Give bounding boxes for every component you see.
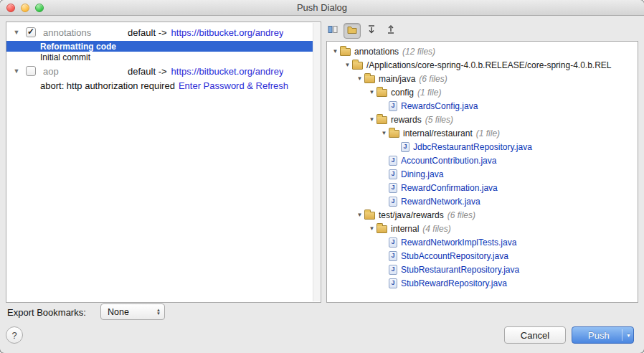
tree-row-file[interactable]: J StubRewardRepository.java — [327, 276, 638, 290]
push-button[interactable]: Push ▼ — [572, 326, 634, 344]
chevron-down-icon[interactable]: ▼ — [379, 130, 389, 136]
chevron-down-icon[interactable]: ▼ — [367, 116, 377, 123]
java-file-icon: J — [389, 183, 397, 193]
folder-icon — [352, 62, 363, 70]
tree-row-folder[interactable]: ▼ test/java/rewards (6 files) — [327, 208, 638, 222]
chevron-down-icon[interactable]: ▼ — [367, 225, 377, 232]
file-count: (6 files) — [419, 74, 447, 84]
tree-row-file[interactable]: J JdbcRestaurantRepository.java — [327, 140, 638, 154]
commit-message: Initial commit — [40, 52, 90, 62]
close-button[interactable] — [6, 4, 15, 12]
group-by-directory-button[interactable] — [344, 23, 361, 39]
folder-name: main/java — [379, 74, 415, 84]
repo-row-aop[interactable]: ▼ aop default -> https://bitbucket.org/a… — [6, 62, 321, 80]
collapse-all-icon — [385, 24, 397, 38]
remote-url-link[interactable]: https://bitbucket.org/andrey — [171, 27, 284, 38]
tree-row-file[interactable]: J RewardNetworkImplTests.java — [327, 235, 638, 249]
group-by-directory-icon — [346, 24, 358, 38]
folder-name: /Applications/core-spring-4.0.b.RELEASE/… — [366, 60, 612, 70]
chevron-down-icon[interactable]: ▼ — [355, 75, 364, 82]
java-file-icon: J — [389, 169, 397, 179]
folder-name: config — [391, 88, 414, 98]
repo-name: aop — [43, 66, 128, 77]
java-file-icon: J — [389, 156, 397, 166]
error-text: abort: http authorization required — [40, 80, 175, 91]
file-name: RewardsConfig.java — [401, 101, 478, 111]
folder-name: test/java/rewards — [379, 210, 444, 220]
show-diff-icon — [327, 24, 338, 38]
file-name: StubRewardRepository.java — [401, 278, 507, 288]
tree-row-file[interactable]: J AccountContribution.java — [327, 154, 638, 167]
push-button-label: Push — [588, 330, 610, 341]
chevron-down-icon[interactable]: ▼ — [11, 29, 22, 36]
file-name: JdbcRestaurantRepository.java — [413, 142, 532, 152]
show-diff-button[interactable] — [324, 23, 341, 39]
expand-all-icon — [366, 24, 377, 38]
traffic-lights — [6, 4, 44, 12]
file-name: StubAccountRepository.java — [401, 251, 508, 261]
file-tree-toolbar — [324, 22, 399, 40]
file-name: AccountContribution.java — [401, 156, 496, 166]
chevron-down-icon[interactable]: ▼ — [367, 89, 377, 95]
file-count: (1 file) — [417, 88, 441, 98]
file-count: (12 files) — [402, 47, 435, 57]
export-bookmarks-value: None — [108, 307, 156, 317]
folder-name: annotations — [354, 47, 399, 57]
check-icon: ✓ — [27, 27, 34, 36]
tree-row-file[interactable]: J Dining.java — [327, 167, 638, 181]
tree-row-file[interactable]: J StubAccountRepository.java — [327, 249, 638, 263]
chevron-down-icon[interactable]: ▼ — [355, 212, 364, 218]
titlebar[interactable]: Push Dialog — [0, 0, 644, 16]
file-tree-panel: ▼ annotations (12 files) ▼ /Applications… — [326, 41, 638, 303]
minimize-button[interactable] — [21, 4, 29, 12]
chevron-down-icon[interactable]: ▼ — [343, 62, 352, 68]
folder-icon — [364, 212, 375, 220]
repo-checkbox-aop[interactable] — [26, 66, 36, 76]
file-name: RewardNetworkImplTests.java — [401, 237, 516, 248]
chevron-down-icon[interactable]: ▼ — [331, 48, 340, 55]
branch-text: default -> — [128, 27, 167, 38]
java-file-icon: J — [389, 237, 397, 248]
cancel-button[interactable]: Cancel — [504, 326, 566, 344]
expand-all-button[interactable] — [363, 23, 380, 39]
export-bookmarks-select[interactable]: None ▲ ▼ — [100, 303, 165, 320]
tree-row-folder[interactable]: ▼ internal (4 files) — [327, 222, 638, 235]
commit-row[interactable]: Initial commit — [6, 52, 313, 62]
commit-message: Reformatting code — [40, 42, 116, 52]
export-bookmarks-label: Export Bookmarks: — [7, 304, 86, 321]
folder-name: rewards — [391, 115, 422, 125]
tree-row-file[interactable]: J RewardNetwork.java — [327, 194, 638, 208]
branch-text: default -> — [128, 66, 167, 77]
remote-url-link[interactable]: https://bitbucket.org/andrey — [171, 66, 284, 77]
tree-row-folder[interactable]: ▼ main/java (6 files) — [327, 72, 638, 85]
tree-row-folder[interactable]: ▼ internal/restaurant (1 file) — [327, 126, 638, 140]
java-file-icon: J — [389, 265, 397, 275]
tree-row-file[interactable]: J RewardConfirmation.java — [327, 181, 638, 194]
file-name: Dining.java — [401, 169, 443, 179]
stepper-icon: ▲ ▼ — [156, 309, 161, 316]
folder-icon — [340, 48, 351, 56]
collapse-all-button[interactable] — [382, 23, 399, 39]
file-count: (1 file) — [476, 128, 500, 138]
tree-row-folder[interactable]: ▼ annotations (12 files) — [327, 44, 638, 58]
java-file-icon: J — [389, 251, 397, 261]
help-button[interactable]: ? — [6, 326, 23, 344]
tree-row-folder[interactable]: ▼ /Applications/core-spring-4.0.b.RELEAS… — [327, 58, 638, 72]
repo-row-annotations[interactable]: ▼ ✓ annotations default -> https://bitbu… — [6, 24, 321, 41]
file-count: (5 files) — [425, 115, 453, 125]
repo-checkbox-annotations[interactable]: ✓ — [26, 27, 36, 37]
tree-row-file[interactable]: J StubRestaurantRepository.java — [327, 263, 638, 276]
tree-row-folder[interactable]: ▼ rewards (5 files) — [327, 113, 638, 126]
stepper-down-icon: ▼ — [156, 312, 161, 316]
tree-row-file[interactable]: J RewardsConfig.java — [327, 99, 638, 113]
scrollbar[interactable] — [313, 23, 320, 301]
commit-row-selected[interactable]: Reformatting code — [6, 41, 313, 52]
tree-row-folder[interactable]: ▼ config (1 file) — [327, 85, 638, 99]
zoom-button[interactable] — [35, 4, 44, 12]
enter-password-link[interactable]: Enter Password & Refresh — [179, 80, 288, 91]
push-dropdown-icon[interactable]: ▼ — [626, 327, 631, 343]
chevron-down-icon[interactable]: ▼ — [11, 67, 22, 75]
push-dialog-window: Push Dialog ▼ ✓ annotations default -> h… — [0, 0, 644, 353]
folder-icon — [377, 225, 387, 233]
push-error-row: abort: http authorization required Enter… — [6, 80, 321, 91]
